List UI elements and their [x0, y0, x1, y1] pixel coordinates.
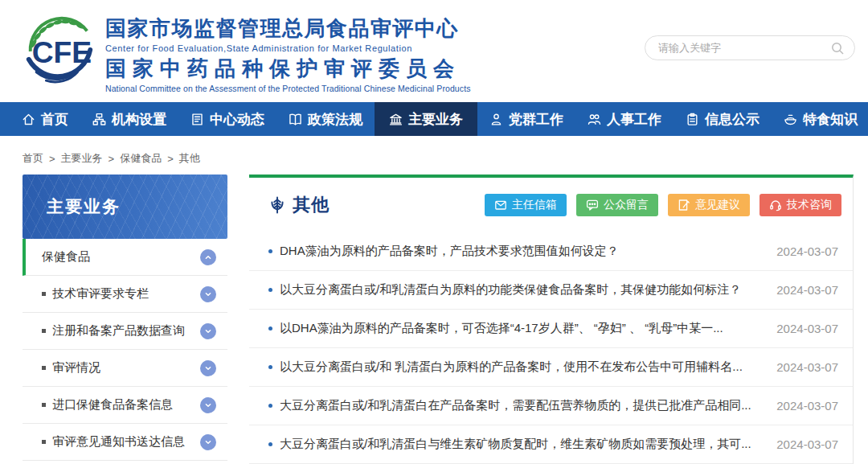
breadcrumb-item[interactable]: 主要业务	[61, 151, 103, 166]
people-icon	[588, 113, 601, 126]
square-bullet	[42, 366, 46, 370]
nav-item-7[interactable]: 人事工作	[575, 102, 674, 136]
action-button-2[interactable]: 公众留言	[576, 194, 658, 216]
cfe-logo: CFE	[21, 10, 100, 89]
chevron-down-icon[interactable]	[200, 434, 216, 450]
square-bullet	[42, 292, 46, 296]
action-button-label: 技术咨询	[787, 198, 832, 212]
list-item[interactable]: 以大豆分离蛋白或/和乳清蛋白为原料的功能类保健食品备案时，其保健功能如何标注？2…	[249, 271, 853, 310]
chevron-down-icon[interactable]	[200, 323, 216, 339]
list-item-date: 2024-03-07	[776, 399, 838, 413]
list-item[interactable]: 大豆分离蛋白或/和乳清蛋白与维生素矿物质复配时，维生素矿物质如需要预处理，其可.…	[249, 425, 853, 464]
list-item-date: 2024-03-07	[776, 244, 838, 258]
suggest-icon	[678, 199, 690, 211]
nav-item-4[interactable]: 政策法规	[276, 102, 375, 136]
list-item-date: 2024-03-07	[776, 322, 838, 335]
main-panel-header: 其他 主任信箱公众留言意见建议技术咨询	[249, 178, 853, 232]
list-item[interactable]: DHA藻油为原料的产品备案时，产品技术要求范围值如何设定？2024-03-07	[249, 232, 853, 271]
sidebar: 主要业务 保健食品技术审评要求专栏注册和备案产品数据查询审评情况进口保健食品备案…	[23, 175, 227, 461]
nav-item-5[interactable]: 主要业务	[375, 102, 477, 136]
bullet-dot	[268, 404, 272, 408]
nav-item-3[interactable]: 中心动态	[178, 102, 276, 136]
breadcrumb: 首页>主要业务>保健食品>其他	[23, 150, 868, 166]
search-icon[interactable]	[830, 41, 845, 55]
breadcrumb-separator: >	[49, 153, 55, 165]
sidebar-item-4[interactable]: 审评情况	[23, 350, 227, 387]
bullet-dot	[268, 326, 272, 331]
list-item[interactable]: 以DHA藻油为原料的产品备案时，可否选择“4-17岁人群”、 “孕妇” 、 “乳…	[249, 310, 853, 348]
nav-item-label: 党群工作	[509, 110, 563, 129]
list-item-title[interactable]: 大豆分离蛋白或/和乳清蛋白与维生素矿物质复配时，维生素矿物质如需要预处理，其可.…	[280, 437, 776, 452]
nav-item-6[interactable]: 党群工作	[477, 102, 575, 136]
sidebar-item-2[interactable]: 技术审评要求专栏	[23, 276, 227, 313]
site-title-en: Center for Food Evaluation,State Adminis…	[105, 43, 459, 53]
nav-item-label: 特食知识	[803, 110, 858, 129]
mailbox-icon	[494, 199, 507, 211]
chevron-down-icon[interactable]	[200, 397, 216, 413]
nav-item-9[interactable]: 特食知识	[772, 102, 868, 136]
sidebar-item-label: 审评情况	[52, 360, 200, 376]
business-icon	[389, 113, 403, 126]
list-item-date: 2024-03-07	[776, 283, 838, 297]
nav-item-label: 首页	[41, 110, 68, 129]
square-bullet	[42, 440, 46, 444]
sidebar-item-1[interactable]: 保健食品	[23, 239, 227, 276]
news-icon	[190, 113, 204, 126]
list-item[interactable]: 以大豆分离蛋白或/和 乳清蛋白为原料的产品备案时，使用不在发布公告中可用辅料名.…	[249, 348, 853, 387]
sidebar-item-label: 技术审评要求专栏	[52, 286, 200, 302]
search-box	[645, 35, 855, 60]
sidebar-item-label: 审评意见通知书送达信息	[52, 434, 200, 450]
sidebar-item-6[interactable]: 审评意见通知书送达信息	[23, 424, 227, 461]
main-panel: 其他 主任信箱公众留言意见建议技术咨询 DHA藻油为原料的产品备案时，产品技术要…	[249, 175, 854, 464]
chevron-down-icon[interactable]	[200, 360, 216, 376]
nav-item-label: 主要业务	[408, 110, 463, 129]
action-button-label: 意见建议	[695, 198, 740, 212]
sidebar-item-3[interactable]: 注册和备案产品数据查询	[23, 313, 227, 350]
action-button-label: 公众留言	[604, 198, 649, 212]
party-icon	[489, 113, 503, 126]
main-nav: 首页机构设置中心动态政策法规主要业务党群工作人事工作信息公示特食知识下载专区	[0, 102, 868, 136]
breadcrumb-item[interactable]: 其他	[179, 151, 200, 166]
nav-item-label: 信息公示	[705, 110, 760, 129]
nav-item-8[interactable]: 信息公示	[674, 102, 772, 136]
logo-text: CFE	[32, 35, 92, 69]
sidebar-item-label: 保健食品	[42, 249, 200, 265]
site-subtitle-en: National Committee on the Assessment of …	[105, 84, 459, 93]
chevron-up-icon[interactable]	[200, 249, 216, 265]
list-item-title[interactable]: 以大豆分离蛋白或/和乳清蛋白为原料的功能类保健食品备案时，其保健功能如何标注？	[280, 282, 776, 298]
list-item[interactable]: 大豆分离蛋白或/和乳清蛋白在产品备案时，需要配伍营养物质的，提供已批准产品相同.…	[249, 387, 853, 425]
action-button-3[interactable]: 意见建议	[668, 194, 750, 216]
nav-item-1[interactable]: 首页	[10, 102, 80, 136]
square-bullet	[42, 403, 46, 407]
site-title-block: 国家市场监督管理总局食品审评中心 Center for Food Evaluat…	[105, 14, 459, 93]
headset-icon	[769, 199, 782, 211]
policy-icon	[289, 113, 302, 126]
sidebar-title: 主要业务	[47, 195, 121, 218]
nav-item-label: 政策法规	[308, 110, 362, 129]
food-icon	[784, 113, 797, 126]
nav-item-2[interactable]: 机构设置	[80, 102, 178, 136]
breadcrumb-separator: >	[108, 153, 115, 165]
square-bullet	[42, 329, 46, 333]
page-header: CFE 国家市场监督管理总局食品审评中心 Center for Food Eva…	[0, 0, 868, 102]
sidebar-item-label: 注册和备案产品数据查询	[52, 323, 200, 339]
action-button-4[interactable]: 技术咨询	[760, 194, 841, 216]
list-item-title[interactable]: 大豆分离蛋白或/和乳清蛋白在产品备案时，需要配伍营养物质的，提供已批准产品相同.…	[280, 398, 776, 413]
bullet-dot	[268, 442, 272, 446]
info-icon	[686, 113, 699, 126]
breadcrumb-item[interactable]: 首页	[23, 151, 43, 166]
bullet-dot	[268, 249, 272, 253]
nav-item-label: 中心动态	[210, 110, 264, 129]
list-item-title[interactable]: DHA藻油为原料的产品备案时，产品技术要求范围值如何设定？	[280, 244, 776, 259]
chevron-down-icon[interactable]	[200, 286, 216, 302]
breadcrumb-separator: >	[167, 153, 174, 165]
nav-item-label: 机构设置	[112, 110, 166, 129]
list-item-title[interactable]: 以大豆分离蛋白或/和 乳清蛋白为原料的产品备案时，使用不在发布公告中可用辅料名.…	[280, 359, 776, 375]
action-button-1[interactable]: 主任信箱	[485, 194, 567, 216]
bullet-dot	[268, 365, 272, 369]
search-input[interactable]	[658, 42, 830, 54]
breadcrumb-item[interactable]: 保健食品	[120, 151, 162, 166]
nav-item-label: 人事工作	[607, 110, 661, 129]
sidebar-item-5[interactable]: 进口保健食品备案信息	[23, 387, 227, 424]
list-item-title[interactable]: 以DHA藻油为原料的产品备案时，可否选择“4-17岁人群”、 “孕妇” 、 “乳…	[280, 321, 776, 336]
